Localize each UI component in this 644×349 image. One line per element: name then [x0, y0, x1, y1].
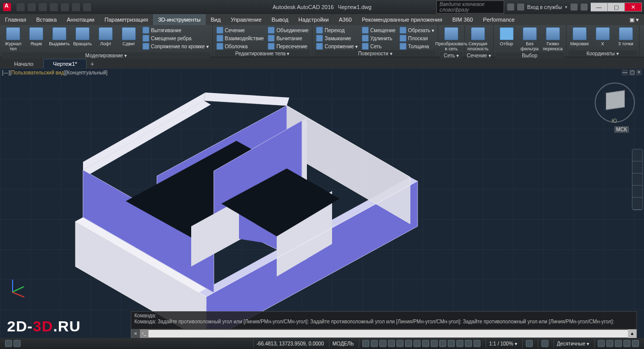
- btn-convert-to-mesh[interactable]: Преобразовать в сеть: [440, 26, 462, 52]
- 3dosnap-toggle-icon[interactable]: [414, 340, 421, 347]
- tab-performance[interactable]: Performance: [478, 14, 520, 25]
- osnap-toggle-icon[interactable]: [405, 340, 412, 347]
- tab-annotate[interactable]: Аннотации: [62, 14, 100, 25]
- viewcube-south[interactable]: Ю: [612, 118, 617, 124]
- tab-bim360[interactable]: BIM 360: [447, 14, 478, 25]
- btn-shell[interactable]: Оболочка: [215, 42, 266, 50]
- doc-tab-start[interactable]: Начало: [5, 59, 42, 68]
- doc-tab-add[interactable]: +: [88, 60, 97, 68]
- signin-label[interactable]: Вход в службы: [527, 5, 562, 10]
- nav-orbit-icon[interactable]: [632, 186, 642, 198]
- tab-parametric[interactable]: Параметризация: [100, 14, 153, 25]
- cmd-history-up-icon[interactable]: ▲: [628, 329, 636, 338]
- view-name[interactable]: Пользовательский вид: [11, 70, 64, 75]
- btn-solid-history[interactable]: Журнал тел: [2, 26, 24, 52]
- dyn-input-toggle-icon[interactable]: [439, 340, 446, 347]
- btn-world-ucs[interactable]: Мировая: [569, 26, 591, 47]
- ucs-name-badge[interactable]: МСК: [614, 126, 629, 133]
- status-coords[interactable]: -66.4813, 13723.9509, 0.0000: [253, 339, 327, 348]
- help-icon[interactable]: [581, 4, 588, 11]
- btn-interfere[interactable]: Взаимодействие: [215, 34, 266, 42]
- layout-tab-icon[interactable]: [14, 340, 21, 347]
- btn-extrude[interactable]: Выдавить: [48, 26, 70, 47]
- viewport-label[interactable]: [—][Пользовательский вид][Концептуальный…: [2, 70, 108, 75]
- btn-surf-offset[interactable]: Смещение: [360, 26, 397, 34]
- hw-accel-icon[interactable]: [606, 340, 613, 347]
- btn-revolve[interactable]: Вращать: [71, 26, 94, 47]
- vp-close-icon[interactable]: ×: [636, 69, 642, 75]
- cleanscreen-icon[interactable]: [623, 340, 630, 347]
- ortho-toggle-icon[interactable]: [379, 340, 386, 347]
- status-workspace[interactable]: [538, 339, 551, 348]
- btn-culling[interactable]: Отбор: [496, 26, 518, 47]
- qv-icon[interactable]: [598, 340, 605, 347]
- btn-slice[interactable]: Сечение: [215, 26, 266, 34]
- btn-box[interactable]: Ящик: [25, 26, 47, 47]
- qat-open-icon[interactable]: [27, 3, 36, 12]
- visual-style[interactable]: Концептуальный: [67, 70, 106, 75]
- btn-surf-thicken[interactable]: Толщина: [398, 42, 436, 50]
- signin-chevron[interactable]: ▾: [565, 5, 568, 10]
- btn-ucs-3point[interactable]: 3 точки: [615, 26, 637, 47]
- qat-redo-icon[interactable]: [83, 3, 92, 12]
- maximize-button[interactable]: ▢: [608, 3, 625, 12]
- btn-union[interactable]: Объединение: [266, 26, 310, 34]
- dynucs-toggle-icon[interactable]: [431, 340, 438, 347]
- tpy-toggle-icon[interactable]: [456, 340, 463, 347]
- btn-surf-patch[interactable]: Замыкание: [314, 34, 359, 42]
- btn-surf-extend[interactable]: Удлинить: [360, 34, 397, 42]
- tab-a360[interactable]: A360: [334, 14, 357, 25]
- btn-sweep[interactable]: Сдвиг: [118, 26, 140, 47]
- minimize-button[interactable]: —: [591, 3, 608, 12]
- panel-coordinates-caption[interactable]: Координаты ▾: [569, 50, 637, 57]
- close-button[interactable]: ✕: [625, 3, 642, 12]
- nav-pan-icon[interactable]: [632, 161, 642, 173]
- isoplane-toggle-icon[interactable]: [396, 340, 404, 347]
- model-viewport[interactable]: [—][Пользовательский вид][Концептуальный…: [0, 68, 644, 338]
- binoculars-icon[interactable]: [507, 4, 514, 11]
- tab-output[interactable]: Вывод: [267, 14, 293, 25]
- command-input[interactable]: [148, 330, 628, 337]
- status-annoscale[interactable]: [522, 339, 536, 348]
- snap-toggle-icon[interactable]: [371, 340, 378, 347]
- ucs-icon[interactable]: [9, 273, 32, 296]
- btn-surf-fillet[interactable]: Сопряжение ▾: [314, 42, 359, 50]
- view-cube[interactable]: Ю: [595, 82, 635, 123]
- model-tab-icon[interactable]: [5, 340, 12, 347]
- polar-toggle-icon[interactable]: [388, 340, 395, 347]
- doc-tab-drawing1[interactable]: Чертеж1*: [43, 59, 87, 68]
- tab-addins[interactable]: Надстройки: [293, 14, 334, 25]
- exchange-icon[interactable]: [571, 4, 578, 11]
- help-search-input[interactable]: Введите ключевое слово/фразу: [436, 1, 504, 14]
- cmd-close-icon[interactable]: ×: [131, 329, 140, 338]
- isolate-icon[interactable]: [615, 340, 622, 347]
- sc-toggle-icon[interactable]: [473, 340, 480, 347]
- btn-subtract[interactable]: Вычитание: [266, 34, 310, 42]
- btn-no-filter[interactable]: Без фильтра: [519, 26, 541, 52]
- tab-manage[interactable]: Управление: [226, 14, 267, 25]
- layout-tabs[interactable]: [2, 339, 24, 348]
- tab-featured-apps[interactable]: Рекомендованные приложения: [357, 14, 447, 25]
- btn-intersect[interactable]: Пересечение: [266, 42, 310, 50]
- btn-offset-edge[interactable]: Смещение ребра: [141, 34, 210, 42]
- tab-home[interactable]: Главная: [0, 14, 31, 25]
- btn-surf-trim[interactable]: Обрезать ▾: [398, 26, 436, 34]
- qat-plot-icon[interactable]: [60, 3, 69, 12]
- nav-zoom-icon[interactable]: [632, 173, 642, 186]
- grid-toggle-icon[interactable]: [362, 340, 369, 347]
- tab-view[interactable]: Вид: [206, 14, 226, 25]
- panel-modeling-caption[interactable]: Моделирование ▾: [2, 52, 210, 59]
- panel-section-caption[interactable]: Сечение ▾: [467, 52, 491, 59]
- btn-move-gizmo[interactable]: Гизмо переноса: [542, 26, 564, 52]
- btn-surf-planar[interactable]: Плоская: [398, 34, 436, 42]
- otrack-toggle-icon[interactable]: [422, 340, 429, 347]
- btn-surf-network[interactable]: Сеть: [360, 42, 397, 50]
- vp-maximize-icon[interactable]: ▢: [629, 69, 635, 75]
- btn-surf-blend[interactable]: Переход: [314, 26, 359, 34]
- status-space[interactable]: МОДЕЛЬ: [329, 339, 357, 348]
- tab-fold-icon[interactable]: ▣ ▾: [624, 14, 644, 25]
- btn-section-plane[interactable]: Секущая плоскость: [467, 26, 489, 52]
- btn-loft[interactable]: Лофт: [95, 26, 117, 47]
- customize-icon[interactable]: [632, 340, 639, 347]
- btn-fillet-edge[interactable]: Сопряжение по кромке ▾: [141, 42, 210, 50]
